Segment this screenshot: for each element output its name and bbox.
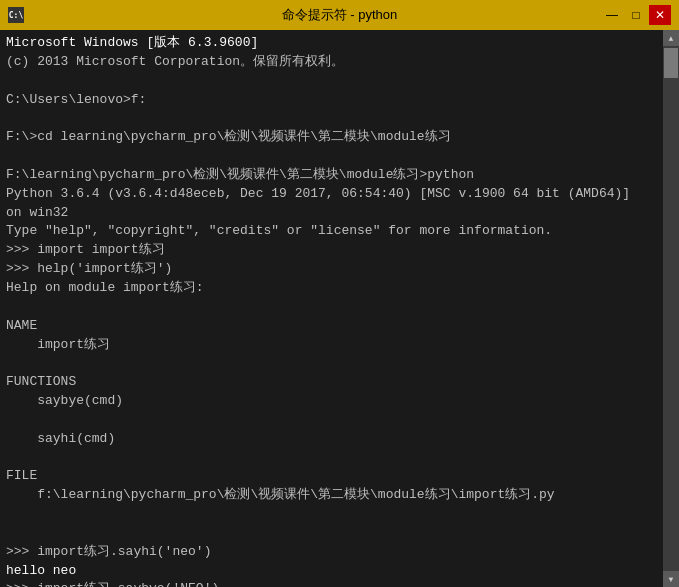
scroll-up-button[interactable]: ▲ bbox=[663, 30, 679, 46]
console-line: (c) 2013 Microsoft Corporation。保留所有权利。 bbox=[6, 54, 344, 69]
scroll-thumb[interactable] bbox=[664, 48, 678, 78]
console-line: NAME bbox=[6, 318, 37, 333]
console-line: on win32 bbox=[6, 205, 68, 220]
console-line: F:\learning\pycharm_pro\检测\视频课件\第二模块\mod… bbox=[6, 167, 474, 182]
console-line: FUNCTIONS bbox=[6, 374, 76, 389]
console-output[interactable]: Microsoft Windows [版本 6.3.9600] (c) 2013… bbox=[0, 30, 663, 587]
window-controls: — □ ✕ bbox=[601, 5, 671, 25]
console-line: Type "help", "copyright", "credits" or "… bbox=[6, 223, 552, 238]
console-line: saybye(cmd) bbox=[6, 393, 123, 408]
console-line: Help on module import练习: bbox=[6, 280, 204, 295]
minimize-button[interactable]: — bbox=[601, 5, 623, 25]
console-line: hello neo bbox=[6, 563, 76, 578]
console-line: >>> help('import练习') bbox=[6, 261, 172, 276]
window-icon: C:\ bbox=[8, 7, 24, 23]
scrollbar[interactable]: ▲ ▼ bbox=[663, 30, 679, 587]
window-title: 命令提示符 - python bbox=[282, 6, 398, 24]
console-line: import练习 bbox=[6, 337, 110, 352]
scroll-down-button[interactable]: ▼ bbox=[663, 571, 679, 587]
title-bar: C:\ 命令提示符 - python — □ ✕ bbox=[0, 0, 679, 30]
console-line: >>> import练习.sayhi('neo') bbox=[6, 544, 211, 559]
scroll-track[interactable] bbox=[663, 46, 679, 571]
console-line: Microsoft Windows [版本 6.3.9600] bbox=[6, 35, 258, 50]
console-line: f:\learning\pycharm_pro\检测\视频课件\第二模块\mod… bbox=[6, 487, 555, 502]
console-line: F:\>cd learning\pycharm_pro\检测\视频课件\第二模块… bbox=[6, 129, 451, 144]
console-line: >>> import练习.saybye('NEO') bbox=[6, 581, 219, 587]
console-line: C:\Users\lenovo>f: bbox=[6, 92, 146, 107]
console-line: Python 3.6.4 (v3.6.4:d48eceb, Dec 19 201… bbox=[6, 186, 630, 201]
close-button[interactable]: ✕ bbox=[649, 5, 671, 25]
maximize-button[interactable]: □ bbox=[625, 5, 647, 25]
console-line: >>> import import练习 bbox=[6, 242, 165, 257]
console-wrapper: Microsoft Windows [版本 6.3.9600] (c) 2013… bbox=[0, 30, 679, 587]
console-line: FILE bbox=[6, 468, 37, 483]
console-line: sayhi(cmd) bbox=[6, 431, 115, 446]
